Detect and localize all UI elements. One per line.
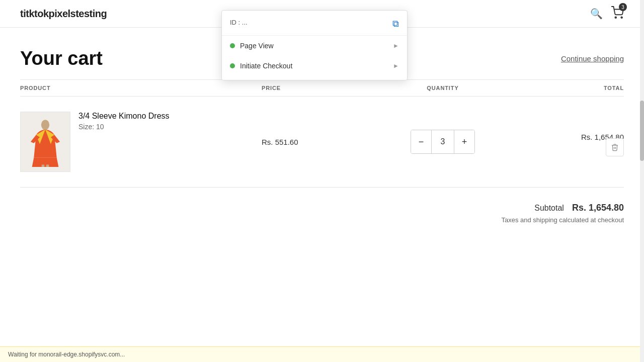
svg-rect-4 — [46, 164, 49, 167]
quantity-increase-button[interactable]: + — [454, 130, 474, 153]
product-name: 3/4 Sleeve Kimono Dress — [78, 112, 170, 121]
subtotal-row: Subtotal Rs. 1,654.80 — [534, 203, 624, 213]
continue-shopping-link[interactable]: Continue shopping — [561, 54, 624, 63]
popup-page-view-item[interactable]: Page View ► — [222, 36, 407, 56]
trash-icon — [611, 143, 619, 151]
page-view-chevron: ► — [393, 42, 399, 49]
cart-title: Your cart — [20, 48, 103, 69]
tax-note: Taxes and shipping calculated at checkou… — [501, 216, 624, 224]
quantity-cell: − + — [382, 130, 503, 154]
cart-badge: 3 — [619, 3, 627, 11]
total-cell: Rs. 1,654.80 — [503, 133, 624, 151]
popup-initiate-checkout-item[interactable]: Initiate Checkout ► — [222, 56, 407, 76]
search-icon[interactable]: 🔍 — [590, 8, 603, 20]
page-view-label: Page View — [240, 42, 274, 50]
site-logo[interactable]: titktokpixelstesting — [20, 8, 107, 20]
popup-header: ID : ... ⧉ — [222, 19, 407, 36]
subtotal-value: Rs. 1,654.80 — [572, 203, 624, 213]
product-info: 3/4 Sleeve Kimono Dress Size: 10 — [78, 112, 170, 131]
pixel-popup: ID : ... ⧉ Page View ► Initiate Checkout… — [221, 10, 408, 80]
svg-point-0 — [615, 17, 616, 18]
header-icons: 🔍 3 — [590, 6, 624, 21]
initiate-checkout-status-dot — [230, 63, 235, 68]
product-size: Size: 10 — [78, 123, 170, 131]
page-view-status-dot — [230, 43, 235, 48]
initiate-checkout-chevron: ► — [393, 62, 399, 69]
quantity-input[interactable] — [431, 130, 454, 153]
popup-id-label: ID : ... — [230, 19, 248, 26]
subtotal-label: Subtotal — [534, 204, 564, 213]
scrollbar[interactable] — [640, 0, 644, 239]
external-link-icon[interactable]: ⧉ — [392, 19, 399, 29]
subtotal-section: Subtotal Rs. 1,654.80 Taxes and shipping… — [20, 188, 624, 239]
col-quantity: QUANTITY — [382, 85, 503, 91]
price-cell: Rs. 551.60 — [262, 138, 382, 146]
svg-point-2 — [41, 120, 49, 130]
remove-item-button[interactable] — [606, 138, 624, 156]
svg-point-1 — [621, 17, 622, 18]
product-image — [20, 112, 70, 172]
product-cell: 3/4 Sleeve Kimono Dress Size: 10 — [20, 112, 262, 172]
cart-icon-wrap[interactable]: 3 — [611, 6, 624, 21]
col-total: TOTAL — [503, 85, 624, 91]
col-product: PRODUCT — [20, 85, 262, 91]
scrollbar-thumb[interactable] — [640, 101, 644, 161]
cart-item: 3/4 Sleeve Kimono Dress Size: 10 Rs. 551… — [20, 97, 624, 188]
product-thumbnail — [25, 117, 65, 167]
initiate-checkout-label: Initiate Checkout — [240, 62, 292, 70]
cart-table-header: PRODUCT PRICE QUANTITY TOTAL — [20, 79, 624, 97]
col-price: PRICE — [262, 85, 382, 91]
svg-rect-3 — [42, 164, 44, 167]
quantity-control: − + — [411, 130, 475, 154]
quantity-decrease-button[interactable]: − — [411, 130, 431, 153]
